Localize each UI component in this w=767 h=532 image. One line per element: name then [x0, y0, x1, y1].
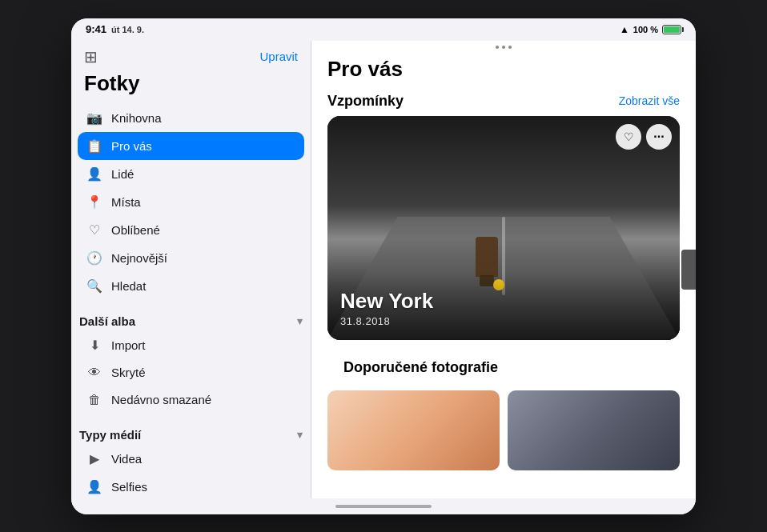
hidden-label: Skryté — [111, 366, 146, 379]
action-buttons: ♡ ··· — [616, 124, 672, 150]
dalsi-alba-chevron: ▾ — [297, 315, 303, 327]
dot-2 — [502, 46, 505, 49]
recent-icon: 🕐 — [86, 250, 103, 266]
search-label: Hledat — [111, 279, 146, 293]
ipad-device: 9:41 út 14. 9. ▲ 100 % ⊞ Upravit Fotky 📷… — [71, 18, 696, 514]
memory-overlay: New York 31.8.2018 — [327, 273, 680, 340]
recommended-title-row: Doporučené fotografie — [327, 356, 680, 382]
favorites-label: Oblíbené — [111, 223, 160, 237]
memory-card[interactable]: ♡ ··· New York 31.8.2018 — [327, 116, 680, 340]
sidebar-header: ⊞ Upravit — [71, 41, 311, 70]
recommended-label: Doporučené fotografie — [343, 359, 498, 376]
sidebar-item-people[interactable]: 👤 Lidé — [78, 160, 304, 188]
dalsi-alba-header[interactable]: Další alba ▾ — [71, 306, 311, 331]
recently-deleted-icon: 🗑 — [86, 393, 103, 407]
dalsi-alba-label: Další alba — [79, 314, 135, 328]
typy-medii-section: ▶ Videa 👤 Selfies ⊙ Live Photos 🖼 Portré… — [71, 445, 311, 498]
import-icon: ⬇ — [86, 338, 103, 353]
sidebar-item-videos[interactable]: ▶ Videa — [78, 445, 304, 473]
sidebar-item-import[interactable]: ⬇ Import — [78, 331, 304, 359]
typy-medii-chevron: ▾ — [297, 429, 303, 441]
typy-medii-label: Typy médií — [79, 428, 141, 442]
sidebar-item-favorites[interactable]: ♡ Oblíbené — [78, 216, 304, 244]
battery-percent: 100 % — [633, 25, 658, 34]
places-label: Místa — [111, 195, 141, 209]
show-all-button[interactable]: Zobrazit vše — [619, 94, 680, 107]
vzpominky-label: Vzpomínky — [327, 93, 404, 110]
search-icon: 🔍 — [86, 278, 103, 294]
sidebar-item-for-you[interactable]: 📋 Pro vás — [78, 132, 304, 160]
selfies-icon: 👤 — [86, 479, 103, 494]
sidebar-item-search[interactable]: 🔍 Hledat — [78, 272, 304, 300]
sidebar-item-places[interactable]: 📍 Místa — [78, 188, 304, 216]
sidebar-item-selfies[interactable]: 👤 Selfies — [78, 473, 304, 498]
main-nav-section: 📷 Knihovna 📋 Pro vás 👤 Lidé 📍 Místa ♡ — [71, 104, 311, 300]
sidebar-item-recent[interactable]: 🕐 Nejnovější — [78, 244, 304, 272]
page-title: Pro vás — [311, 52, 696, 90]
typy-medii-header[interactable]: Typy médií ▾ — [71, 420, 311, 445]
memory-location: New York — [340, 289, 667, 314]
sidebar-item-library[interactable]: 📷 Knihovna — [78, 104, 304, 132]
sidebar: ⊞ Upravit Fotky 📷 Knihovna 📋 Pro vás 👤 L… — [71, 41, 311, 498]
library-icon: 📷 — [86, 110, 103, 126]
photo-thumb-1[interactable] — [327, 390, 500, 470]
recommended-section: Doporučené fotografie — [311, 356, 696, 470]
sidebar-toggle-icon[interactable]: ⊞ — [84, 47, 98, 66]
favorites-icon: ♡ — [86, 222, 103, 238]
main-content: Pro vás Vzpomínky Zobrazit vše ♡ — [311, 41, 696, 498]
people-label: Lidé — [111, 167, 134, 181]
heart-icon: ♡ — [624, 130, 634, 143]
photo-grid — [327, 390, 680, 470]
battery-fill — [664, 26, 680, 33]
for-you-icon: 📋 — [86, 138, 103, 154]
home-bar — [335, 505, 432, 508]
selfies-label: Selfies — [111, 480, 147, 494]
top-dots — [311, 41, 696, 52]
home-indicator — [71, 498, 696, 514]
wifi-icon: ▲ — [620, 24, 629, 35]
dot-3 — [508, 46, 512, 49]
status-time: 9:41 — [86, 23, 106, 35]
dalsi-alba-section: ⬇ Import 👁 Skryté 🗑 Nedávno smazané — [71, 331, 311, 414]
status-left: 9:41 út 14. 9. — [86, 23, 144, 35]
status-right: ▲ 100 % — [620, 24, 681, 35]
photo-thumb-2[interactable] — [508, 390, 680, 470]
right-edge-button[interactable] — [681, 250, 696, 290]
app-body: ⊞ Upravit Fotky 📷 Knihovna 📋 Pro vás 👤 L… — [71, 41, 696, 498]
sidebar-item-recently-deleted[interactable]: 🗑 Nedávno smazané — [78, 386, 304, 414]
dot-1 — [496, 46, 499, 49]
recent-label: Nejnovější — [111, 251, 167, 265]
status-bar: 9:41 út 14. 9. ▲ 100 % — [71, 18, 696, 41]
library-label: Knihovna — [111, 111, 162, 125]
sidebar-title: Fotky — [71, 70, 311, 104]
people-icon: 👤 — [86, 166, 103, 182]
import-label: Import — [111, 338, 146, 352]
vzpominky-title-row: Vzpomínky Zobrazit vše — [311, 90, 696, 116]
for-you-label: Pro vás — [111, 139, 152, 153]
memory-date: 31.8.2018 — [340, 315, 667, 327]
videos-label: Videa — [111, 452, 142, 466]
more-icon: ··· — [653, 130, 664, 144]
places-icon: 📍 — [86, 194, 103, 210]
more-button[interactable]: ··· — [646, 124, 672, 150]
battery-indicator — [662, 25, 681, 34]
status-date: út 14. 9. — [111, 25, 144, 34]
hidden-icon: 👁 — [86, 366, 103, 380]
videos-icon: ▶ — [86, 451, 103, 466]
like-button[interactable]: ♡ — [616, 124, 641, 150]
sidebar-item-hidden[interactable]: 👁 Skryté — [78, 359, 304, 386]
recently-deleted-label: Nedávno smazané — [111, 393, 211, 406]
photo-person — [476, 237, 498, 277]
edit-button[interactable]: Upravit — [259, 50, 298, 63]
